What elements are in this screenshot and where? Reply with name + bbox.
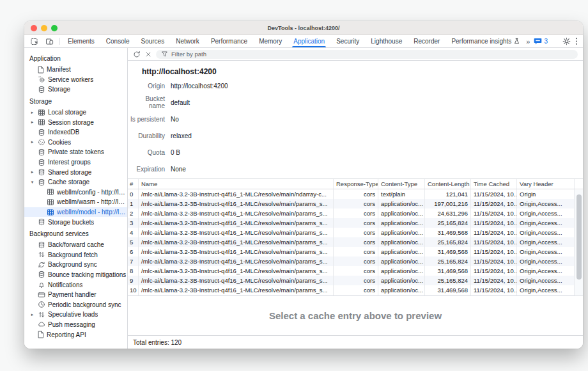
- sidebar-item-periodic-background-sync[interactable]: Periodic background sync: [24, 299, 127, 310]
- sidebar-item-local-storage[interactable]: ▸Local storage: [24, 107, 127, 118]
- cell-num: 4: [128, 228, 138, 237]
- cell-vary_header: Origin,Access...: [516, 285, 574, 295]
- column-header-response-type[interactable]: Response-Type: [333, 179, 378, 189]
- cache-storage-panel: Filter by path http://localhost:4200 Ori…: [128, 48, 583, 349]
- panel-tabs: ElementsConsoleSourcesNetworkPerformance…: [62, 35, 526, 47]
- sidebar-item-storage-buckets[interactable]: Storage buckets: [24, 217, 127, 227]
- sidebar-item-background-sync[interactable]: Background sync: [24, 260, 127, 270]
- sidebar-section-title-background-services: Background services: [24, 227, 127, 240]
- expanded-arrow-icon[interactable]: ▾: [29, 180, 35, 185]
- table-row[interactable]: 8/mlc-ai/Llama-3.2-3B-Instruct-q4f16_1-M…: [128, 266, 583, 276]
- kebab-menu-icon[interactable]: [575, 37, 578, 45]
- inspect-element-icon[interactable]: [27, 35, 42, 47]
- collapsed-arrow-icon[interactable]: ▸: [29, 312, 35, 317]
- sidebar-item-payment-handler[interactable]: Payment handler: [24, 290, 127, 300]
- sidebar-item-reporting-api[interactable]: Reporting API: [24, 329, 127, 340]
- table-row[interactable]: 11/mlc-ai/Llama-3.2-3B-Instruct-q4f16_1-…: [128, 295, 583, 296]
- tab-elements[interactable]: Elements: [62, 35, 100, 47]
- collapsed-arrow-icon[interactable]: ▸: [29, 139, 35, 145]
- tab-label: Lighthouse: [371, 38, 402, 45]
- tab-console[interactable]: Console: [100, 35, 135, 47]
- sidebar-item-webllm-wasm-http-loca[interactable]: webllm/wasm - http://loca...: [24, 197, 127, 207]
- table-row[interactable]: 10/mlc-ai/Llama-3.2-3B-Instruct-q4f16_1-…: [128, 285, 583, 295]
- sidebar-item-manifest[interactable]: Manifest: [24, 65, 127, 75]
- tab-network[interactable]: Network: [170, 35, 205, 47]
- table-row[interactable]: 5/mlc-ai/Llama-3.2-3B-Instruct-q4f16_1-M…: [128, 237, 583, 247]
- column-header-content-type[interactable]: Content-Type: [378, 179, 424, 189]
- minimize-window-button[interactable]: [41, 25, 47, 31]
- column-header-vary-header[interactable]: Vary Header: [516, 179, 574, 189]
- clock-icon: [38, 301, 45, 308]
- tab-security[interactable]: Security: [330, 35, 365, 47]
- sidebar-item-cache-storage[interactable]: ▾Cache storage: [24, 177, 127, 187]
- cell-response_type: cors: [333, 276, 378, 285]
- tab-recorder[interactable]: Recorder: [408, 35, 445, 47]
- cell-content_length: 31,469,568: [424, 285, 470, 295]
- collapsed-arrow-icon[interactable]: ▸: [29, 110, 35, 115]
- table-row[interactable]: 7/mlc-ai/Llama-3.2-3B-Instruct-q4f16_1-M…: [128, 257, 583, 266]
- column-header-time-cached[interactable]: Time Cached: [470, 179, 516, 189]
- table-row[interactable]: 1/mlc-ai/Llama-3.2-3B-Instruct-q4f16_1-M…: [128, 199, 583, 209]
- cell-num: 5: [128, 237, 138, 247]
- collapsed-arrow-icon[interactable]: ▸: [29, 170, 35, 175]
- table-row[interactable]: 4/mlc-ai/Llama-3.2-3B-Instruct-q4f16_1-M…: [128, 228, 583, 237]
- card-icon: [38, 291, 45, 299]
- table-icon: [47, 209, 54, 216]
- cell-content_length: 25,165,824: [424, 237, 470, 247]
- sidebar-item-label: Shared storage: [48, 169, 91, 176]
- sidebar-item-interest-groups[interactable]: Interest groups: [24, 157, 127, 168]
- sidebar-item-storage[interactable]: Storage: [24, 84, 127, 95]
- traffic-lights: [31, 25, 58, 31]
- sidebar-item-back-forward-cache[interactable]: Back/forward cache: [24, 240, 127, 250]
- sidebar-item-notifications[interactable]: Notifications: [24, 280, 127, 290]
- tab-performance[interactable]: Performance: [205, 35, 253, 47]
- tab-lighthouse[interactable]: Lighthouse: [365, 35, 408, 47]
- sidebar-item-background-fetch[interactable]: Background fetch: [24, 250, 127, 260]
- database-icon: [38, 159, 45, 166]
- column-header-[interactable]: #: [128, 179, 138, 189]
- sidebar-item-private-state-tokens[interactable]: Private state tokens: [24, 147, 127, 157]
- application-sidebar: ApplicationManifestService workersStorag…: [24, 48, 128, 349]
- tab-memory[interactable]: Memory: [253, 35, 288, 47]
- table-row[interactable]: 0/mlc-ai/Llama-3.2-3B-Instruct-q4f16_1-M…: [128, 189, 583, 199]
- filter-placeholder: Filter by path: [171, 51, 206, 58]
- table-header-row: #NameResponse-TypeContent-TypeContent-Le…: [128, 179, 583, 189]
- sidebar-item-speculative-loads[interactable]: ▸Speculative loads: [24, 310, 127, 320]
- cell-response_type: cors: [333, 218, 378, 228]
- sidebar-item-webllm-config-http-loc[interactable]: webllm/config - http://loc...: [24, 187, 127, 198]
- vertical-scrollbar[interactable]: [574, 190, 583, 296]
- collapsed-arrow-icon[interactable]: ▸: [29, 120, 35, 125]
- sidebar-item-bounce-tracking-mitigations[interactable]: Bounce tracking mitigations: [24, 270, 127, 280]
- tab-performance-insights[interactable]: Performance insights: [445, 35, 526, 47]
- filter-by-path-input[interactable]: Filter by path: [156, 50, 578, 59]
- cell-content_length: 25,165,824: [424, 295, 470, 296]
- sidebar-item-webllm-model-http-loc[interactable]: webllm/model - http://loc...: [24, 207, 127, 217]
- table-icon: [47, 198, 54, 206]
- more-panels-button[interactable]: »: [526, 38, 529, 45]
- device-toolbar-icon[interactable]: [42, 35, 57, 47]
- delete-selected-icon[interactable]: [145, 51, 151, 58]
- refresh-icon[interactable]: [133, 51, 141, 58]
- table-row[interactable]: 6/mlc-ai/Llama-3.2-3B-Instruct-q4f16_1-M…: [128, 247, 583, 257]
- close-window-button[interactable]: [31, 25, 37, 31]
- tab-sources[interactable]: Sources: [135, 35, 171, 47]
- column-header-content-length[interactable]: Content-Length: [424, 179, 470, 189]
- table-row[interactable]: 3/mlc-ai/Llama-3.2-3B-Instruct-q4f16_1-M…: [128, 218, 583, 228]
- table-row[interactable]: 2/mlc-ai/Llama-3.2-3B-Instruct-q4f16_1-M…: [128, 209, 583, 218]
- cell-content_type: application/oc...: [378, 199, 424, 209]
- sidebar-item-indexeddb[interactable]: IndexedDB: [24, 127, 127, 138]
- issues-button[interactable]: 3: [534, 38, 548, 45]
- tab-application[interactable]: Application: [288, 35, 330, 47]
- table-row[interactable]: 9/mlc-ai/Llama-3.2-3B-Instruct-q4f16_1-M…: [128, 276, 583, 285]
- sidebar-item-session-storage[interactable]: ▸Session storage: [24, 117, 127, 127]
- scrollbar-thumb[interactable]: [576, 194, 582, 280]
- settings-gear-icon[interactable]: [562, 37, 571, 45]
- sidebar-item-push-messaging[interactable]: Push messaging: [24, 320, 127, 330]
- sync-icon: [38, 261, 45, 269]
- zoom-window-button[interactable]: [51, 25, 58, 31]
- cell-time_cached: 11/15/2024, 10...: [470, 209, 516, 218]
- sidebar-item-cookies[interactable]: ▸Cookies: [24, 138, 127, 148]
- column-header-name[interactable]: Name: [138, 179, 333, 189]
- sidebar-item-shared-storage[interactable]: ▸Shared storage: [24, 167, 127, 177]
- sidebar-item-service-workers[interactable]: Service workers: [24, 75, 127, 85]
